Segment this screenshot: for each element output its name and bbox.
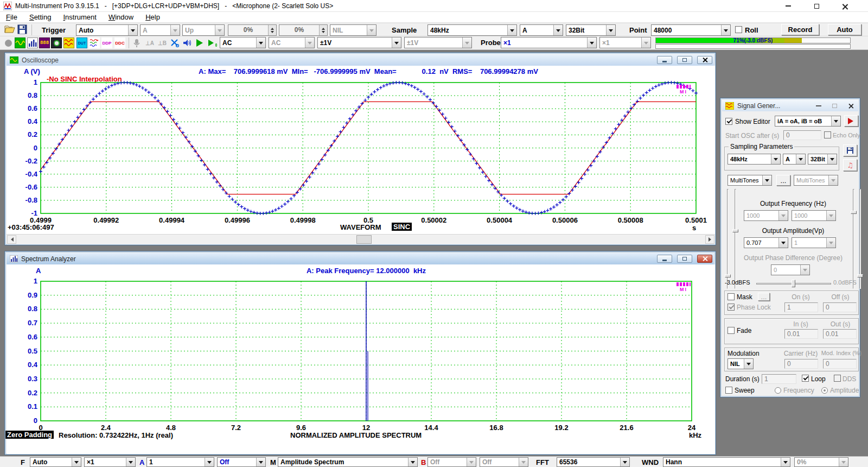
bit-depth-select[interactable]: 32Bit bbox=[566, 24, 616, 36]
display-type-select[interactable]: Amplitude Spectrum bbox=[278, 457, 418, 467]
mask-checkbox[interactable] bbox=[727, 293, 735, 300]
window-function-select[interactable]: Hann bbox=[663, 457, 790, 467]
trigger-level-spinner[interactable]: 0% bbox=[228, 24, 277, 36]
spectrum-titlebar[interactable]: Spectrum Analyzer bbox=[7, 253, 714, 264]
dut-icon[interactable]: DUT bbox=[76, 37, 87, 48]
signal-generator-icon[interactable] bbox=[63, 37, 74, 48]
ddc-icon[interactable]: DDC bbox=[114, 37, 125, 48]
oscilloscope-restore-button[interactable] bbox=[677, 56, 692, 64]
spinner-arrows-icon[interactable] bbox=[268, 25, 276, 35]
waveform-browse-button[interactable]: ... bbox=[776, 175, 790, 186]
chevron-down-icon[interactable] bbox=[796, 154, 805, 164]
gain-a-select[interactable]: 1 bbox=[146, 457, 214, 467]
math-a-select[interactable]: Off bbox=[217, 457, 266, 467]
chevron-down-icon[interactable] bbox=[126, 458, 135, 466]
generator-bits-select[interactable]: 32Bit bbox=[808, 154, 837, 165]
derived-data-point-icon[interactable] bbox=[89, 37, 100, 48]
scrollbar-thumb[interactable] bbox=[356, 235, 372, 244]
chevron-down-icon[interactable] bbox=[831, 116, 840, 126]
slider-thumb[interactable] bbox=[732, 229, 738, 232]
spectrum-close-button[interactable] bbox=[697, 255, 712, 263]
app-maximize-button[interactable] bbox=[807, 2, 826, 10]
chevron-down-icon[interactable] bbox=[620, 458, 629, 466]
chevron-down-icon[interactable] bbox=[721, 25, 730, 35]
slider-thumb[interactable] bbox=[792, 280, 795, 287]
record-button[interactable]: Record bbox=[781, 24, 819, 35]
sweep-checkbox[interactable] bbox=[725, 387, 732, 394]
fade-checkbox[interactable] bbox=[727, 327, 735, 334]
sinc-badge[interactable]: SINC bbox=[392, 223, 412, 231]
record-length-select[interactable]: 48000 bbox=[651, 24, 731, 36]
sound-output-icon[interactable] bbox=[182, 37, 193, 48]
generator-rate-select[interactable]: 48kHz bbox=[727, 154, 781, 165]
chevron-down-icon[interactable] bbox=[762, 175, 771, 185]
generator-close-button[interactable] bbox=[848, 103, 853, 108]
chevron-down-icon[interactable] bbox=[587, 37, 596, 48]
spectrum-restore-button[interactable] bbox=[677, 255, 692, 263]
chevron-down-icon[interactable] bbox=[744, 359, 753, 369]
spinner-arrows-icon[interactable] bbox=[319, 25, 327, 35]
sample-channel-select[interactable]: A bbox=[520, 24, 563, 36]
waveform-a-select[interactable]: MultiTones bbox=[727, 175, 772, 186]
spectrum-analyzer-icon[interactable] bbox=[27, 37, 38, 48]
multimeter-icon[interactable]: 888 bbox=[39, 37, 50, 48]
range-a-select[interactable]: ±1V bbox=[317, 37, 401, 48]
menu-setting[interactable]: Setting bbox=[23, 13, 57, 21]
run-loop-icon[interactable] bbox=[206, 37, 217, 48]
calibration-probe-icon[interactable] bbox=[169, 37, 180, 48]
routing-select[interactable]: iA = oA, iB = oB bbox=[775, 116, 841, 127]
sample-rate-select[interactable]: 48kHz bbox=[427, 24, 517, 36]
roll-checkbox[interactable] bbox=[735, 26, 742, 33]
run-icon[interactable] bbox=[194, 37, 205, 48]
chevron-down-icon[interactable] bbox=[553, 25, 563, 35]
coupling-a-select[interactable]: AC bbox=[220, 37, 266, 48]
chevron-down-icon[interactable] bbox=[128, 25, 137, 35]
slider-thumb[interactable] bbox=[725, 274, 731, 277]
chevron-down-icon[interactable] bbox=[827, 154, 837, 164]
save-icon[interactable] bbox=[17, 24, 27, 34]
oscilloscope-titlebar[interactable]: Oscilloscope bbox=[7, 54, 714, 66]
chevron-down-icon[interactable] bbox=[781, 458, 790, 466]
chevron-down-icon[interactable] bbox=[606, 25, 615, 35]
menu-file[interactable]: File bbox=[0, 13, 23, 21]
trigger-delay-spinner[interactable]: 0% bbox=[279, 24, 328, 36]
generator-channel-select[interactable]: A bbox=[783, 154, 806, 165]
chevron-down-icon[interactable] bbox=[507, 25, 516, 35]
chevron-down-icon[interactable] bbox=[392, 37, 401, 48]
zoom-select[interactable]: ×1 bbox=[84, 457, 136, 467]
show-editor-checkbox[interactable] bbox=[725, 118, 732, 125]
app-minimize-button[interactable] bbox=[779, 2, 797, 10]
loop-checkbox[interactable] bbox=[802, 375, 809, 382]
ddp-viewer-icon[interactable]: DDP bbox=[101, 37, 112, 48]
menu-help[interactable]: Help bbox=[139, 13, 166, 21]
slider-thumb[interactable] bbox=[851, 211, 857, 214]
frequency-slider-b[interactable] bbox=[853, 189, 854, 289]
menu-instrument[interactable]: Instrument bbox=[57, 13, 102, 21]
amplitude-slider-a[interactable] bbox=[735, 189, 736, 289]
slider-thumb[interactable] bbox=[857, 274, 863, 277]
open-file-icon[interactable] bbox=[4, 24, 15, 34]
chevron-down-icon[interactable] bbox=[256, 37, 265, 48]
chevron-down-icon[interactable] bbox=[408, 458, 417, 466]
trigger-mode-select[interactable]: Auto bbox=[76, 24, 138, 36]
chevron-down-icon[interactable] bbox=[771, 154, 780, 164]
menu-window[interactable]: Window bbox=[103, 13, 139, 21]
chevron-down-icon[interactable] bbox=[72, 458, 81, 466]
chevron-down-icon[interactable] bbox=[256, 458, 265, 466]
generator-maximize-button[interactable] bbox=[832, 104, 837, 108]
auto-button[interactable]: Auto bbox=[828, 24, 861, 35]
zero-padding-badge[interactable]: Zero Padding bbox=[5, 431, 54, 439]
oscilloscope-close-button[interactable] bbox=[697, 56, 712, 64]
chevron-down-icon[interactable] bbox=[778, 238, 788, 248]
scroll-left-button[interactable] bbox=[7, 235, 16, 244]
generator-titlebar[interactable]: Signal Gener... bbox=[722, 100, 858, 111]
device-test-plan-icon[interactable] bbox=[51, 37, 62, 48]
oscilloscope-icon[interactable] bbox=[15, 37, 25, 48]
scroll-right-button[interactable] bbox=[705, 235, 714, 244]
probe-a-select[interactable]: ×1 bbox=[501, 37, 597, 48]
chevron-down-icon[interactable] bbox=[205, 458, 214, 466]
display-mode-select[interactable]: Auto bbox=[30, 457, 81, 467]
modulation-select[interactable]: NIL bbox=[727, 358, 754, 369]
generator-run-button[interactable] bbox=[844, 115, 858, 127]
generator-preview-button[interactable]: ♫ bbox=[843, 159, 857, 171]
